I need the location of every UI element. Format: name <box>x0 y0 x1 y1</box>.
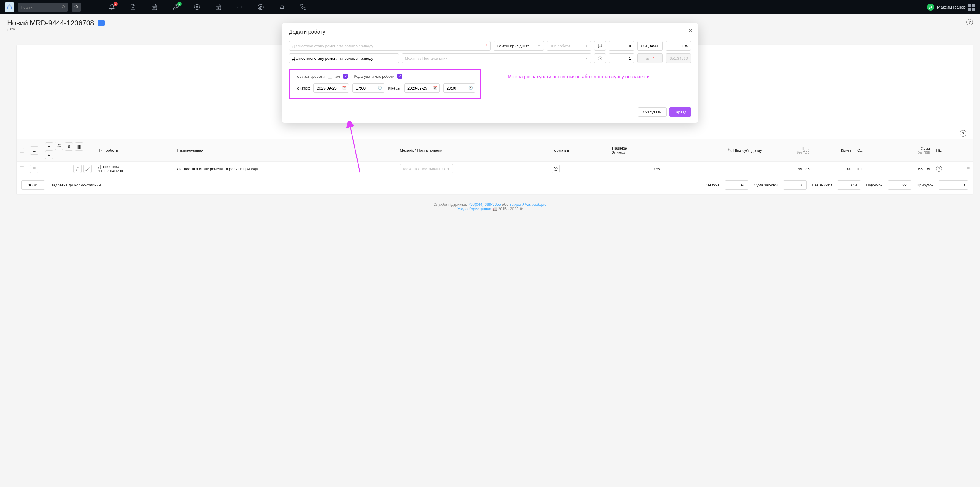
zh-checkbox[interactable]: ✓ <box>343 74 348 79</box>
add-job-modal: Додати роботу ✕ * Ремені привідні та…▼ Т… <box>282 23 698 123</box>
clock-icon: 🕐 <box>378 86 382 90</box>
cancel-button[interactable]: Скасувати <box>638 107 667 117</box>
time-edit-box: Пов'язані:роботи з/ч ✓ Редагувати час ро… <box>289 69 481 99</box>
discount-input[interactable] <box>666 41 691 51</box>
qty2-input[interactable] <box>609 54 634 63</box>
end-label: Кінець: <box>388 86 401 90</box>
calendar-icon: 📅 <box>433 86 438 90</box>
type-select[interactable]: Тип роботи▼ <box>547 41 591 51</box>
annotation-text: Можна розрахувати автоматично або змінит… <box>508 74 651 79</box>
unit-display: шт* <box>637 54 663 63</box>
start-label: Початок: <box>294 86 310 90</box>
related-label: Пов'язані:роботи <box>294 74 325 79</box>
zh-label: з/ч <box>335 74 340 79</box>
price1-input[interactable] <box>637 41 663 51</box>
calendar-icon: 📅 <box>342 86 347 90</box>
modal-title: Додати роботу <box>289 29 691 35</box>
comment-button[interactable] <box>594 41 606 51</box>
group-select[interactable]: Ремені привідні та…▼ <box>493 41 544 51</box>
name-input[interactable] <box>289 54 399 63</box>
required-indicator: * <box>485 43 487 48</box>
ok-button[interactable]: Гаразд <box>670 107 691 117</box>
time-button[interactable] <box>594 54 606 63</box>
close-icon[interactable]: ✕ <box>689 28 692 33</box>
qty1-input[interactable] <box>609 41 634 51</box>
edit-time-label: Редагувати час роботи <box>354 74 395 79</box>
mechanic-select[interactable]: Механік / Постачальник▼ <box>402 54 591 63</box>
related-checkbox[interactable] <box>328 74 332 79</box>
edit-time-checkbox[interactable]: ✓ <box>398 74 402 79</box>
total-display <box>666 54 691 63</box>
clock-icon: 🕐 <box>468 86 473 90</box>
job-input[interactable] <box>289 41 491 51</box>
